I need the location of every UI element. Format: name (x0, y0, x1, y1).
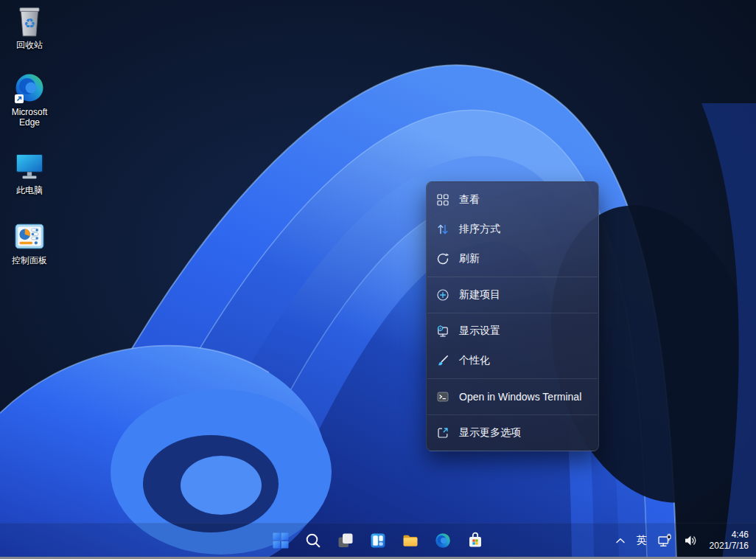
svg-text:♻: ♻ (24, 16, 35, 31)
sort-icon (435, 222, 450, 237)
menu-item-label: 排序方式 (459, 223, 500, 236)
menu-item-label: 新建项目 (459, 288, 500, 302)
desktop-icon-label: 控制面板 (12, 255, 47, 265)
volume-icon (682, 532, 699, 549)
menu-item-label: Open in Windows Terminal (459, 391, 581, 403)
menu-item-refresh[interactable]: 刷新 (427, 244, 598, 274)
menu-item-open-in-windows-terminal[interactable]: Open in Windows Terminal (427, 382, 598, 412)
edge-icon (13, 72, 46, 105)
display-settings-icon (435, 324, 450, 338)
this-pc-icon (13, 150, 46, 184)
clock-time: 4:46 (710, 530, 749, 541)
menu-separator (427, 414, 598, 415)
taskbar: 英 4:46 2021/7/16 (0, 523, 756, 557)
context-menu: 查看 排序方式 刷新 (426, 181, 599, 451)
file-explorer-button[interactable] (394, 526, 427, 555)
taskbar-system-tray: 英 4:46 2021/7/16 (609, 525, 756, 555)
menu-item-show-more-options[interactable]: 显示更多选项 (427, 418, 598, 448)
edge-icon (434, 532, 452, 549)
network-icon (657, 532, 673, 549)
menu-separator (427, 277, 598, 277)
menu-item-view[interactable]: 查看 (427, 185, 598, 215)
store-icon (466, 532, 484, 549)
network-button[interactable] (652, 527, 677, 554)
menu-item-label: 显示更多选项 (459, 426, 521, 440)
wallpaper (0, 0, 756, 559)
search-button[interactable] (297, 526, 329, 555)
desktop: ♻ 回收站 Microsoft Edge (0, 0, 756, 559)
desktop-icon-recycle-bin[interactable]: ♻ 回收站 (3, 4, 56, 50)
personalize-icon (435, 353, 450, 368)
new-item-icon (435, 288, 450, 302)
menu-item-new-item[interactable]: 新建项目 (427, 280, 598, 310)
menu-item-personalize[interactable]: 个性化 (427, 346, 598, 375)
store-button[interactable] (459, 526, 491, 555)
menu-item-label: 个性化 (459, 354, 490, 367)
menu-item-label: 查看 (459, 193, 480, 206)
desktop-icon-this-pc[interactable]: 此电脑 (3, 150, 56, 195)
more-options-icon (435, 426, 450, 440)
menu-item-display-settings[interactable]: 显示设置 (427, 316, 598, 346)
desktop-icon-label: 回收站 (16, 40, 43, 50)
control-panel-icon (13, 220, 46, 254)
view-grid-icon (435, 192, 450, 207)
search-icon (304, 532, 322, 549)
chevron-up-icon (614, 534, 627, 547)
edge-button[interactable] (427, 526, 459, 555)
terminal-icon (435, 389, 450, 404)
menu-item-label: 刷新 (459, 252, 480, 265)
task-view-icon (337, 532, 354, 549)
show-hidden-icons-button[interactable] (609, 527, 631, 554)
start-button[interactable] (265, 526, 297, 555)
taskbar-center-buttons (265, 525, 491, 555)
windows-start-icon (272, 532, 290, 549)
menu-separator (427, 378, 598, 379)
language-label: 英 (637, 534, 647, 547)
desktop-icon-edge[interactable]: Microsoft Edge (3, 72, 56, 128)
refresh-icon (435, 251, 450, 266)
menu-item-label: 显示设置 (459, 324, 500, 338)
folder-icon (402, 532, 419, 549)
task-view-button[interactable] (329, 526, 362, 555)
desktop-icon-label: 此电脑 (16, 185, 43, 195)
recycle-bin-icon: ♻ (13, 4, 46, 38)
widgets-button[interactable] (362, 526, 394, 555)
menu-item-sort-by[interactable]: 排序方式 (427, 215, 598, 244)
desktop-icon-control-panel[interactable]: 控制面板 (3, 220, 56, 265)
desktop-icon-label: Microsoft Edge (3, 107, 56, 128)
language-indicator[interactable]: 英 (632, 527, 651, 554)
volume-button[interactable] (678, 527, 703, 554)
taskbar-clock[interactable]: 4:46 2021/7/16 (710, 530, 749, 552)
menu-separator (427, 313, 598, 313)
clock-date: 2021/7/16 (710, 541, 749, 552)
widgets-icon (369, 532, 387, 549)
